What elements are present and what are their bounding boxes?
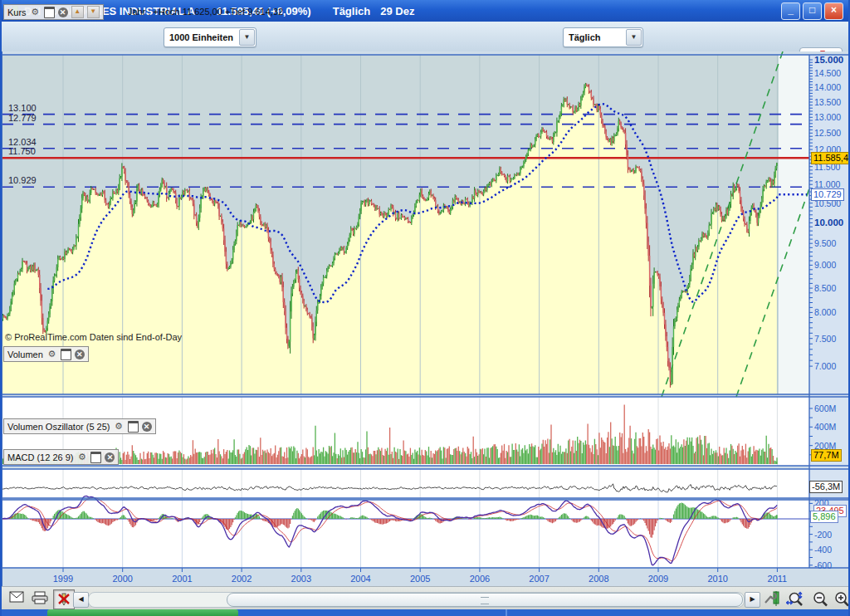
zoom-in-button[interactable] bbox=[832, 589, 850, 608]
year-label: 2002 bbox=[232, 574, 252, 584]
volume-panel-label: Volumen bbox=[7, 350, 43, 359]
price-axis-label: 9.500 bbox=[814, 238, 836, 248]
copyright-text: © ProRealTime.com Daten sind End-of-Day bbox=[5, 332, 182, 342]
zoom-out-icon bbox=[812, 591, 828, 608]
close-icon[interactable]: ✕ bbox=[58, 7, 68, 17]
macd-axis-label: -600 bbox=[814, 560, 832, 570]
year-label: 2005 bbox=[410, 574, 430, 584]
chart-canvas[interactable]: 1999200020012002200320042005200620072008… bbox=[2, 51, 850, 586]
chart-svg: 1999200020012002200320042005200620072008… bbox=[2, 51, 850, 586]
osc-panel-header: Volumen Oszillator (5 25) ⚙ ✕ bbox=[3, 418, 156, 434]
price-axis-label: 12.500 bbox=[814, 128, 841, 138]
price-axis-label: 15.000 bbox=[814, 55, 843, 65]
year-label: 2006 bbox=[470, 574, 490, 584]
wrench-icon[interactable]: ⚙ bbox=[76, 452, 87, 462]
minimize-button[interactable]: _ bbox=[781, 2, 800, 20]
period-dropdown-value: Täglich bbox=[564, 32, 606, 42]
zoom-out-button[interactable] bbox=[810, 589, 830, 608]
price-axis-label: 14.500 bbox=[814, 68, 841, 78]
price-axis-label: 10.000 bbox=[814, 218, 843, 227]
title-period: Täglich bbox=[333, 5, 371, 17]
title-date: 29 Dez bbox=[380, 5, 414, 17]
wrench-icon[interactable]: ⚙ bbox=[46, 349, 57, 359]
scrollbar-grip bbox=[481, 597, 489, 604]
level-label: 12.034 bbox=[8, 137, 37, 147]
mail-icon bbox=[9, 591, 24, 603]
wrench-candle-icon bbox=[764, 591, 780, 606]
price-axis-label: 13.000 bbox=[814, 112, 841, 122]
price-axis-label: 8.000 bbox=[814, 307, 836, 317]
macd-axis-label: -400 bbox=[814, 545, 832, 555]
volume-axis-label: 600M bbox=[814, 403, 836, 413]
volume-axis-label: 400M bbox=[814, 422, 836, 432]
mail-button[interactable] bbox=[7, 589, 27, 608]
scroll-left-button[interactable]: ◀ bbox=[73, 592, 89, 608]
year-label: 2007 bbox=[529, 574, 549, 584]
level-label: 13.100 bbox=[8, 103, 37, 113]
year-label: 2001 bbox=[172, 574, 192, 584]
osc-panel-label: Volumen Oszillator (5 25) bbox=[7, 422, 110, 432]
taskbar-strip bbox=[2, 609, 848, 616]
window-icon[interactable] bbox=[61, 349, 71, 360]
wrench-icon[interactable]: ⚙ bbox=[30, 7, 41, 17]
maximize-button[interactable]: □ bbox=[803, 2, 822, 20]
macd-axis-label: -200 bbox=[814, 530, 832, 540]
macd-panel-label: MACD (12 26 9) bbox=[7, 452, 73, 462]
year-label: 2000 bbox=[112, 574, 132, 584]
chart-settings-button[interactable] bbox=[762, 589, 782, 608]
window-icon[interactable] bbox=[90, 452, 101, 463]
close-icon[interactable]: ✕ bbox=[105, 452, 115, 462]
year-label: 2003 bbox=[291, 574, 311, 584]
scrollbar-thumb[interactable] bbox=[227, 593, 743, 607]
year-label: 1999 bbox=[53, 574, 73, 584]
year-label: 2010 bbox=[707, 574, 727, 584]
print-button[interactable] bbox=[30, 589, 50, 608]
price-axis-label: 8.500 bbox=[814, 283, 836, 293]
year-label: 2011 bbox=[768, 574, 788, 584]
future-zone-bg bbox=[779, 55, 809, 394]
osc-value-badge: -56,3M bbox=[809, 481, 843, 493]
window-icon[interactable] bbox=[128, 421, 139, 433]
level-label: 12.779 bbox=[8, 113, 37, 123]
price-axis-label: 7.000 bbox=[814, 361, 836, 371]
macd-value-badge: 5,896 bbox=[810, 511, 838, 523]
chart-window: DJI - DOW JONES INDUSTRIAL A 11.585,40 (… bbox=[0, 0, 850, 616]
price-axis-label: 14.000 bbox=[814, 82, 841, 92]
window-icon[interactable] bbox=[44, 7, 55, 18]
print-icon bbox=[32, 591, 48, 604]
taskbar-divider bbox=[506, 609, 507, 616]
chevron-down-icon[interactable]: ▼ bbox=[626, 29, 642, 46]
macd-panel-header: MACD (12 26 9) ⚙ ✕ bbox=[3, 449, 119, 465]
year-label: 2004 bbox=[350, 574, 370, 584]
price-panel-header: Kurs ⚙ ✕ ▲ ▼ bbox=[3, 4, 104, 20]
zoom-fit-button[interactable] bbox=[785, 589, 805, 608]
price-axis-label: 13.500 bbox=[814, 97, 841, 107]
year-label: 2008 bbox=[589, 574, 608, 584]
level-label: 10.929 bbox=[8, 175, 37, 185]
arrow-down-icon[interactable]: ▼ bbox=[87, 6, 100, 18]
bottom-toolbar: ◀ ▶ bbox=[2, 586, 848, 610]
wrench-icon[interactable]: ⚙ bbox=[114, 421, 125, 432]
price-axis-label: 9.000 bbox=[814, 260, 836, 270]
level-label: 11.750 bbox=[8, 146, 36, 156]
top-toolbar: 1000 Einheiten ▼ Täglich ▼ bbox=[2, 22, 848, 52]
scrollbar-track[interactable] bbox=[88, 592, 745, 608]
price-axis-label: 7.500 bbox=[814, 334, 836, 344]
close-button[interactable]: × bbox=[824, 2, 843, 20]
arrow-up-icon[interactable]: ▲ bbox=[71, 6, 84, 18]
close-icon[interactable]: ✕ bbox=[75, 350, 85, 359]
volume-panel-header: Volumen ⚙ ✕ bbox=[3, 346, 89, 362]
zoom-fit-icon bbox=[786, 591, 804, 608]
units-dropdown[interactable]: 1000 Einheiten ▼ bbox=[164, 27, 256, 47]
ma-value-badge: 10.729 bbox=[811, 188, 844, 201]
chevron-down-icon[interactable]: ▼ bbox=[239, 29, 255, 46]
close-icon[interactable]: ✕ bbox=[142, 422, 152, 432]
period-dropdown[interactable]: Täglich ▼ bbox=[563, 27, 643, 47]
scroll-right-button[interactable]: ▶ bbox=[745, 592, 760, 608]
volume-value-badge: 77,7M bbox=[811, 449, 842, 462]
delete-drawings-icon bbox=[56, 592, 71, 606]
last-price-badge: 11.585,4 bbox=[811, 152, 850, 164]
delete-drawings-button[interactable] bbox=[53, 589, 75, 609]
price-panel-label: Kurs bbox=[7, 7, 27, 17]
taskbar-item[interactable] bbox=[47, 609, 238, 616]
